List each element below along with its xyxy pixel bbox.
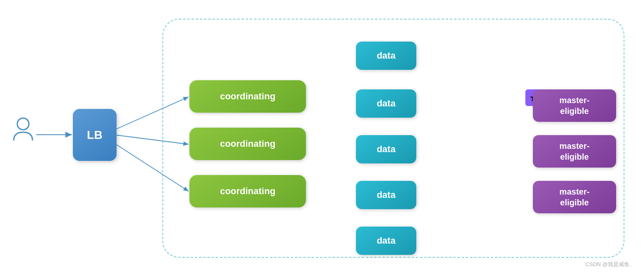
master-eligible-box-1: master-eligible (533, 89, 616, 122)
data-label-2: data (377, 98, 395, 109)
master-label-3: master-eligible (559, 186, 589, 208)
data-label-3: data (377, 144, 395, 155)
master-label-1: master-eligible (559, 95, 589, 116)
coordinating-box-2: coordinating (189, 128, 306, 160)
coordinating-label-3: coordinating (220, 186, 275, 197)
data-box-1: data (356, 42, 416, 70)
data-label-1: data (377, 50, 395, 61)
data-box-3: data (356, 135, 416, 163)
master-eligible-box-3: master-eligible (533, 181, 616, 213)
watermark: CSDN @我是咸鱼、 (585, 261, 635, 268)
data-label-4: data (377, 190, 395, 200)
data-box-4: data (356, 181, 416, 209)
lb-label: LB (87, 128, 102, 142)
lb-box: LB (73, 109, 117, 161)
user-icon (12, 116, 35, 143)
coordinating-box-1: coordinating (189, 80, 306, 113)
data-label-5: data (377, 235, 395, 246)
master-eligible-box-2: master-eligible (533, 135, 616, 168)
svg-point-6 (17, 118, 29, 130)
data-box-2: data (356, 89, 416, 118)
canvas: LB coordinating coordinating coordinatin… (0, 0, 644, 274)
master-label-2: master-eligible (559, 141, 589, 162)
coordinating-label-1: coordinating (220, 91, 275, 102)
coordinating-box-3: coordinating (189, 175, 306, 207)
coordinating-label-2: coordinating (220, 138, 275, 149)
data-box-5: data (356, 227, 416, 255)
